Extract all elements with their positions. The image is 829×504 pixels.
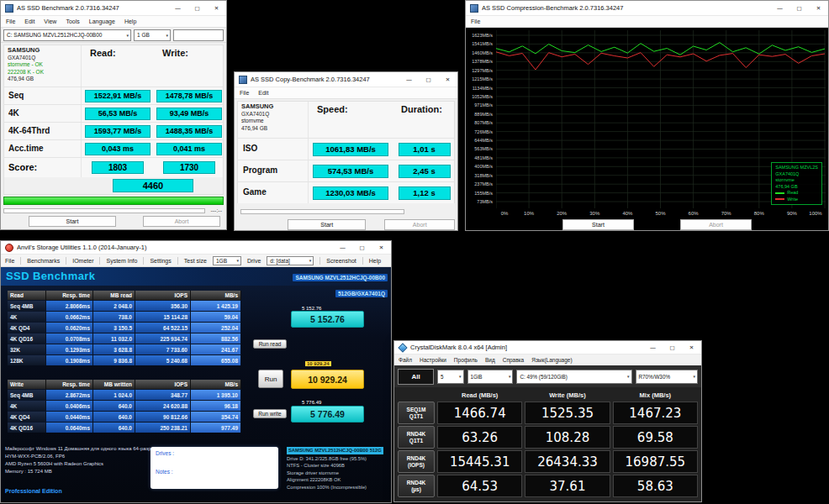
titlebar[interactable]: AS SSD Benchmark 2.0.7316.34247 — ▢ ✕ [1, 1, 226, 16]
minimize-button[interactable]: — [770, 1, 789, 15]
menu-edit[interactable]: Edit [24, 18, 34, 24]
maximize-button[interactable]: ▢ [663, 341, 682, 354]
menu-file[interactable]: Файл [399, 357, 412, 363]
menu-file[interactable]: File [240, 90, 249, 96]
device-badges: SAMSUNG MZVL2512HCJQ-00B00 512GB/GXA7401… [293, 268, 388, 300]
table-row: 4K QD16 0.0640ms 640.0 250 238.21 977.49 [8, 422, 241, 433]
mix-column-header: Mix (MB/s) [613, 389, 698, 402]
abort-button[interactable]: Abort [143, 216, 220, 227]
drives-notes-box[interactable]: Drives : Notes : [150, 447, 278, 489]
y-axis-tick: 1215MB/s [472, 76, 493, 81]
maximize-button[interactable]: ▢ [419, 72, 438, 87]
close-button[interactable]: ✕ [809, 1, 828, 15]
titlebar[interactable]: AS SSD Compression-Benchmark 2.0.7316.34… [466, 1, 828, 16]
menu-file[interactable]: File [5, 258, 14, 264]
menu-screenshot[interactable]: Screenshot [326, 258, 356, 264]
minimize-button[interactable]: — [168, 1, 187, 15]
resp-time-cell: 2.8066ms [46, 300, 93, 311]
drive-driver-status: stornvme - OK [8, 61, 77, 69]
titlebar[interactable]: CrystalDiskMark 8.0.4 x64 [Admin] — ▢ ✕ [394, 341, 701, 354]
y-axis-tick: 318MB/s [474, 173, 493, 178]
menu-help[interactable]: Справка [503, 357, 525, 363]
menu-profile[interactable]: Профиль [454, 357, 478, 363]
window-title: Anvil's Storage Utilities 1.1.0 (2014-Ja… [17, 244, 333, 251]
app-icon [5, 244, 13, 252]
menu-edit[interactable]: Edit [258, 90, 268, 96]
y-axis-tick: 1541MB/s [472, 41, 493, 46]
abort-button[interactable]: Abort [384, 219, 455, 230]
start-button[interactable]: Start [29, 216, 116, 227]
run-read-button[interactable]: Run read [253, 339, 287, 349]
start-button[interactable]: Start [562, 219, 634, 230]
minimize-button[interactable]: — [333, 241, 352, 254]
y-axis-tick: 1134MB/s [473, 86, 493, 91]
mbs-cell: 655.08 [191, 354, 241, 365]
menu-view[interactable]: Вид [485, 357, 495, 363]
menubar: File [466, 16, 828, 28]
maximize-button[interactable]: ▢ [187, 1, 207, 15]
run-write-button[interactable]: Run write [253, 409, 287, 418]
run-seq1m-q1t1-button[interactable]: SEQ1M Q1T1 [398, 402, 435, 424]
memory-info: Memory : 15 724 MB [5, 468, 165, 475]
row-label: 4K QD16 [8, 333, 46, 344]
menu-benchmarks[interactable]: Benchmarks [27, 258, 60, 264]
y-axis-tick: 1052MB/s [472, 94, 493, 99]
run-button[interactable]: Run [258, 370, 283, 388]
menu-iometer[interactable]: IOmeter [72, 258, 93, 264]
test-size-select[interactable]: 1GB ▾ [213, 256, 241, 265]
parameter-input[interactable] [173, 29, 224, 41]
col-header: MB written [93, 380, 135, 389]
menu-system-info[interactable]: System Info [106, 258, 137, 264]
close-button[interactable]: ✕ [438, 72, 457, 87]
menu-language[interactable]: Language [89, 18, 115, 24]
minimize-button[interactable]: — [643, 341, 663, 354]
mix-ratio-select[interactable]: R70%/W30% ▾ [636, 370, 698, 384]
menu-language[interactable]: Язык(Language) [531, 357, 572, 363]
iso-duration-value: 1,01 s [399, 143, 451, 156]
target-drive-select[interactable]: C: 49% (59/120GiB) ▾ [516, 370, 631, 384]
menu-settings[interactable]: Настройки [420, 357, 446, 363]
minimize-button[interactable]: — [399, 72, 419, 87]
result-row-rnd4k-latency: RND4K (µs) 64.53 37.61 58.63 [398, 475, 698, 497]
read-result: 64.53 [437, 475, 522, 497]
menu-tools[interactable]: Tools [66, 18, 79, 24]
test-size-select[interactable]: 1GiB ▾ [467, 370, 514, 384]
run-all-button[interactable]: All [398, 369, 434, 385]
score-row: Score: 1803 1730 [3, 157, 224, 177]
mb-cell: 3 150.5 [93, 322, 135, 333]
read-line-swatch [775, 192, 784, 194]
menu-help[interactable]: Help [369, 258, 381, 264]
menu-help[interactable]: Help [124, 18, 136, 24]
result-row-rnd4k-iops: RND4K (IOPS) 15445.31 26434.33 16987.55 [398, 450, 698, 473]
titlebar[interactable]: Anvil's Storage Utilities 1.1.0 (2014-Ja… [1, 241, 391, 255]
menu-file[interactable]: File [471, 18, 480, 24]
drive-select[interactable]: C: SAMSUNG MZVL2512HCJQ-00B00 ▾ [3, 29, 131, 41]
drive-select[interactable]: d: [data] ▾ [267, 256, 314, 265]
close-button[interactable]: ✕ [682, 341, 701, 354]
chevron-down-icon: ▾ [457, 374, 462, 379]
legend-series-label: Write [787, 197, 798, 203]
row-label: 4K QD16 [8, 422, 46, 433]
test-size-select[interactable]: 1 GB ▾ [134, 29, 171, 41]
close-button[interactable]: ✕ [372, 241, 391, 254]
edition-link[interactable]: Professional Edition [5, 488, 62, 494]
y-axis-tick: 726MB/s [474, 129, 493, 134]
menu-file[interactable]: File [6, 18, 15, 24]
test-name: SEQ1M [407, 407, 426, 413]
chevron-down-icon: ▾ [692, 374, 696, 379]
menu-settings[interactable]: Settings [150, 258, 171, 264]
maximize-button[interactable]: ▢ [789, 1, 809, 15]
row-label: 128K [8, 354, 46, 365]
close-button[interactable]: ✕ [207, 1, 226, 15]
test-count-select[interactable]: 5 ▾ [437, 370, 463, 384]
start-button[interactable]: Start [288, 219, 366, 230]
abort-button[interactable]: Abort [680, 219, 752, 230]
read-column-header: Read: [82, 45, 154, 87]
iops-cell: 24 620.88 [135, 400, 191, 411]
titlebar[interactable]: AS SSD Copy-Benchmark 2.0.7316.34247 — ▢… [235, 72, 457, 87]
crystaldiskmark-window: CrystalDiskMark 8.0.4 x64 [Admin] — ▢ ✕ … [393, 340, 702, 502]
menu-view[interactable]: View [44, 18, 56, 24]
drive-free-space: Drive D: 341.2/325.8GB free (95.5%) [287, 455, 391, 463]
maximize-button[interactable]: ▢ [352, 241, 372, 254]
run-rnd4k-q1t1-button[interactable]: RND4K Q1T1 [398, 426, 435, 449]
